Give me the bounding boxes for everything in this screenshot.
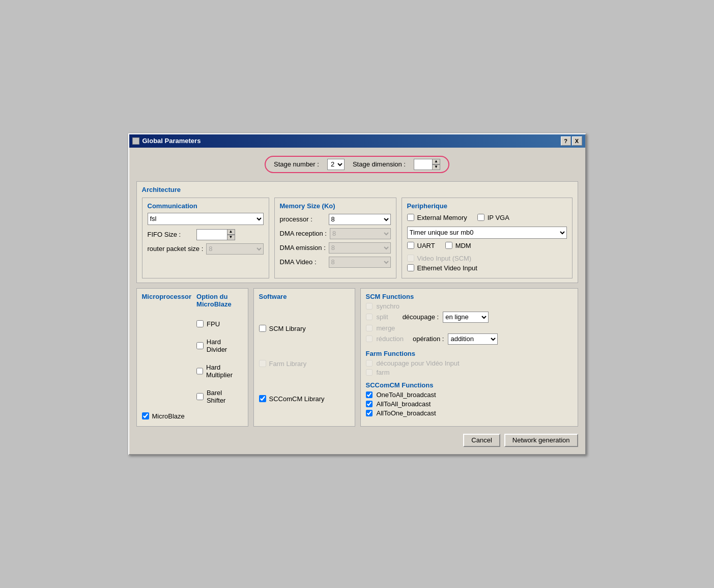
close-button[interactable]: X (572, 136, 582, 146)
architecture-title: Architecture (142, 186, 573, 193)
farm-functions-title: Farm Functions (366, 350, 573, 357)
all-to-all-label: AllToAll_broadcast (377, 400, 431, 408)
hard-divider-label: Hard Divider (207, 338, 243, 353)
video-input-label: Video Input (SCM) (417, 255, 472, 262)
stage-dimension-up[interactable]: ▲ (432, 159, 440, 164)
one-to-all-checkbox[interactable] (366, 391, 373, 398)
fpu-label: FPU (207, 320, 220, 328)
microprocessor-box: Microprocessor MicroBlaze Option du Micr… (136, 288, 248, 427)
stage-dimension-input[interactable]: 1 (414, 159, 432, 170)
scm-library-checkbox[interactable] (259, 325, 266, 332)
software-box: Software SCM Library Farm Library SCComC… (253, 288, 355, 427)
scm-functions-title: SCM Functions (366, 293, 573, 300)
barel-shifter-checkbox[interactable] (196, 393, 204, 400)
decoupage-select[interactable]: en ligne en colonne en bloc (443, 312, 489, 323)
architecture-section: Architecture Communication fsl ring mesh… (136, 181, 578, 283)
scm-functions-group: SCM Functions synchro split découpage : … (366, 293, 573, 345)
micro-left: Microprocessor MicroBlaze (142, 293, 192, 422)
ip-vga-row: IP VGA (477, 214, 509, 221)
sccomcm-library-checkbox[interactable] (259, 395, 266, 402)
all-to-all-checkbox[interactable] (366, 401, 373, 407)
farm-row: farm (366, 369, 573, 376)
software-title: Software (259, 293, 350, 300)
dma-video-select: 8 (329, 257, 391, 268)
uart-label: UART (417, 242, 435, 249)
synchro-row: synchro (366, 302, 573, 310)
hard-multiplier-label: Hard Multiplier (206, 363, 242, 379)
reduction-label: réduction (377, 335, 404, 343)
hard-multiplier-row: Hard Multiplier (196, 363, 242, 379)
sccomcm-functions-group: SCComCM Functions OneToAll_broadcast All… (366, 381, 573, 417)
dma-reception-row: DMA reception : 8 (280, 228, 391, 239)
decoupage-label: découpage : (403, 313, 439, 321)
uart-checkbox[interactable] (407, 242, 414, 249)
video-input-checkbox[interactable] (407, 255, 414, 262)
stage-dimension-down[interactable]: ▼ (432, 164, 440, 170)
dma-video-row: DMA Video : 8 (280, 257, 391, 268)
operation-select[interactable]: addition multiplication min max (448, 333, 498, 345)
fifo-spinbox: 16 ▲ ▼ (196, 229, 235, 240)
mdm-label: MDM (455, 242, 471, 249)
router-select: 8 (206, 243, 263, 255)
farm-decoupage-label: découpage pour Vidéo Input (377, 359, 460, 367)
ip-vga-checkbox[interactable] (477, 214, 484, 221)
processor-label: processor : (280, 215, 326, 223)
microblaze-row: MicroBlaze (142, 412, 192, 420)
farm-checkbox[interactable] (366, 369, 373, 376)
fifo-up[interactable]: ▲ (227, 229, 235, 235)
stage-number-label: Stage number : (274, 160, 319, 168)
scm-library-label: SCM Library (269, 325, 306, 332)
fifo-down[interactable]: ▼ (227, 235, 235, 240)
uart-mdm-row: UART MDM (407, 242, 567, 251)
all-to-one-row: AllToOne_broadcast (366, 409, 573, 417)
global-parameters-window: Global Parameters ? X Stage number : 2 1… (128, 133, 586, 455)
title-bar-buttons: ? X (561, 136, 582, 146)
communication-title: Communication (148, 202, 264, 210)
sccomcm-library-label: SCComCM Library (269, 395, 325, 403)
farm-library-checkbox[interactable] (259, 360, 266, 367)
periph-top-checks: External Memory IP VGA (407, 214, 567, 223)
title-bar: Global Parameters ? X (129, 134, 585, 148)
cancel-button[interactable]: Cancel (463, 434, 500, 447)
farm-functions-group: Farm Functions découpage pour Vidéo Inpu… (366, 350, 573, 376)
hard-multiplier-checkbox[interactable] (196, 368, 203, 375)
mdm-checkbox[interactable] (445, 242, 452, 249)
uart-row: UART (407, 242, 435, 249)
window-body: Stage number : 2 1 3 4 Stage dimension :… (129, 148, 585, 454)
scm-library-row: SCM Library (259, 325, 350, 332)
reduction-row: réduction opération : addition multiplic… (366, 333, 573, 345)
synchro-checkbox[interactable] (366, 303, 373, 310)
reduction-checkbox[interactable] (366, 335, 373, 342)
synchro-label: synchro (377, 302, 400, 310)
fifo-input[interactable]: 16 (196, 229, 227, 240)
split-row: split découpage : en ligne en colonne en… (366, 312, 573, 323)
barel-shifter-label: Barel Shifter (207, 389, 243, 404)
bottom-buttons: Cancel Network generation (136, 432, 578, 447)
fpu-checkbox[interactable] (196, 320, 204, 327)
microblaze-checkbox[interactable] (142, 412, 149, 419)
merge-checkbox[interactable] (366, 325, 373, 331)
fifo-label: FIFO Size : (148, 231, 193, 238)
external-memory-row: External Memory (407, 214, 467, 221)
dma-emission-row: DMA emission : 8 (280, 242, 391, 254)
farm-decoupage-checkbox[interactable] (366, 360, 373, 367)
help-button[interactable]: ? (561, 136, 571, 146)
network-generation-button[interactable]: Network generation (504, 434, 578, 447)
one-to-all-label: OneToAll_broadcast (377, 391, 436, 399)
ethernet-checkbox[interactable] (407, 264, 414, 271)
external-memory-checkbox[interactable] (407, 214, 414, 221)
all-to-one-checkbox[interactable] (366, 410, 373, 416)
hard-divider-checkbox[interactable] (196, 342, 204, 349)
microprocessor-title: Microprocessor (142, 293, 192, 300)
split-checkbox[interactable] (366, 314, 373, 320)
processor-select[interactable]: 8 16 32 64 (329, 214, 391, 225)
all-to-one-label: AllToOne_broadcast (377, 409, 436, 417)
all-to-all-row: AllToAll_broadcast (366, 400, 573, 408)
memory-box: Memory Size (Ko) processor : 8 16 32 64 … (274, 198, 396, 278)
stage-combined-circle: Stage number : 2 1 3 4 Stage dimension :… (265, 156, 449, 173)
stage-number-select[interactable]: 2 1 3 4 (327, 159, 345, 170)
micro-right: Option du MicroBlaze FPU Hard Divider (196, 293, 242, 422)
merge-label: merge (377, 324, 395, 332)
timer-select[interactable]: Timer unique sur mb0 Timer multiple Aucu… (407, 227, 567, 239)
communication-type-select[interactable]: fsl ring mesh (148, 213, 264, 225)
